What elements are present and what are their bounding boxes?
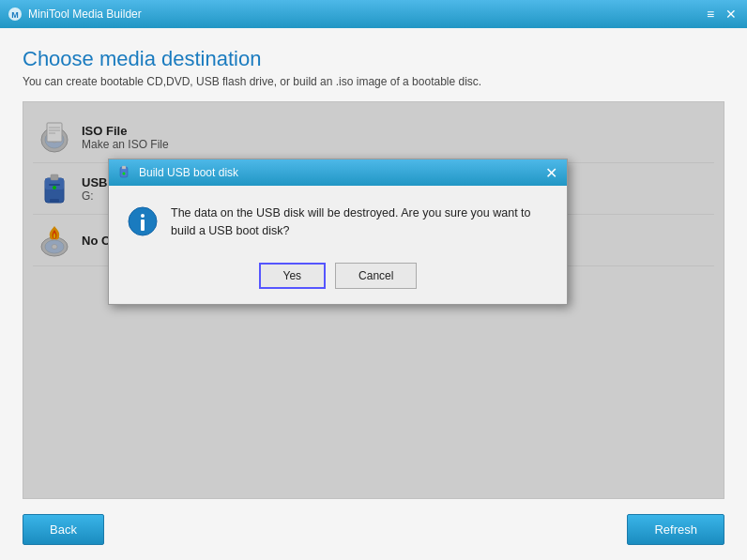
modal-message: The data on the USB disk will be destroy… — [171, 204, 548, 240]
page-title: Choose media destination — [23, 47, 724, 71]
modal-close-button[interactable]: ✕ — [542, 164, 559, 181]
modal-dialog: Build USB boot disk ✕ The data on the US… — [108, 159, 568, 305]
svg-text:M: M — [11, 10, 19, 20]
titlebar: M MiniTool Media Builder ≡ ✕ — [0, 0, 747, 28]
menu-button[interactable]: ≡ — [702, 6, 719, 23]
modal-titlebar: Build USB boot disk ✕ — [109, 159, 567, 186]
svg-rect-19 — [122, 166, 126, 169]
modal-footer: Yes Cancel — [109, 255, 567, 304]
svg-rect-23 — [141, 219, 145, 231]
svg-point-22 — [141, 214, 145, 218]
page-subtitle: You can create bootable CD,DVD, USB flas… — [23, 75, 724, 88]
refresh-button[interactable]: Refresh — [627, 514, 724, 545]
titlebar-title: MiniTool Media Builder — [28, 8, 696, 21]
modal-title-icon — [116, 165, 131, 180]
modal-cancel-button[interactable]: Cancel — [335, 263, 417, 289]
bottom-bar: Back Refresh — [23, 510, 724, 545]
main-content: Choose media destination You can create … — [0, 28, 747, 560]
modal-overlay: Build USB boot disk ✕ The data on the US… — [23, 102, 724, 498]
info-icon — [128, 206, 158, 236]
titlebar-controls: ≡ ✕ — [702, 6, 739, 23]
options-box: ISO File Make an ISO File — [23, 101, 724, 499]
back-button[interactable]: Back — [23, 514, 104, 545]
modal-yes-button[interactable]: Yes — [259, 263, 327, 289]
close-button[interactable]: ✕ — [723, 6, 739, 23]
modal-body: The data on the USB disk will be destroy… — [109, 186, 567, 255]
app-icon: M — [8, 7, 23, 22]
modal-title: Build USB boot disk — [139, 166, 535, 179]
svg-point-20 — [123, 173, 126, 175]
